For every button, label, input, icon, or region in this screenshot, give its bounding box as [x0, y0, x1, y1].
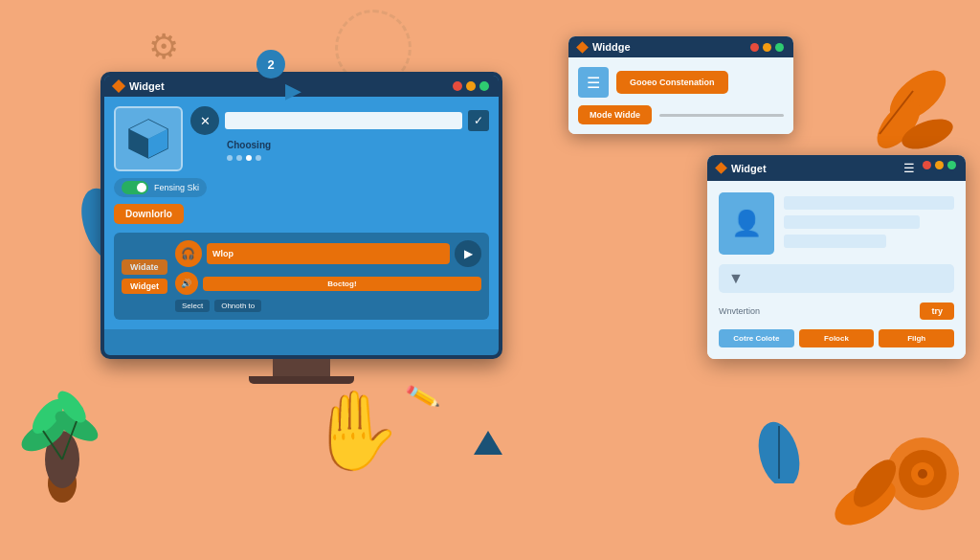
fw2-fields: [784, 192, 954, 255]
monitor-screen: Widget: [100, 72, 502, 359]
play-button[interactable]: ▶: [455, 240, 481, 267]
widget-tab-2[interactable]: Widget: [122, 279, 167, 294]
dot-2: [236, 155, 242, 161]
monitor-stand: [273, 359, 330, 376]
avatar-placeholder: 👤: [719, 192, 774, 255]
leaf-blue-right: [750, 407, 808, 483]
player-row: 🎧 Wlop ▶: [175, 240, 481, 267]
player-bar[interactable]: Wlop: [207, 243, 450, 264]
monitor: Widget: [100, 72, 502, 416]
gear-icon: ⚙: [148, 27, 179, 67]
fw1-minimize[interactable]: [763, 43, 771, 52]
close-btn-main[interactable]: [453, 81, 462, 91]
fw1-row2: Mode Widde: [578, 105, 784, 124]
fw1-btn-2[interactable]: Mode Widde: [578, 105, 652, 124]
svg-point-15: [918, 469, 927, 479]
floating-window-1: Widdge ☰ Gooeo Constenation Mode Widde: [568, 36, 793, 134]
toggle-switch[interactable]: [122, 181, 148, 194]
arrow-right-icon: ▶: [285, 78, 301, 103]
dot-1: [227, 155, 233, 161]
dot-4: [256, 155, 261, 161]
main-content: ✕ ✓ Choosing: [104, 97, 499, 329]
dots-row: [190, 155, 489, 161]
alt-icon: 🔊: [175, 272, 198, 295]
controls-row-1: ✕ ✓: [190, 106, 489, 135]
action-btn-1[interactable]: Boctog!: [203, 277, 481, 291]
checkbox-icon[interactable]: ✓: [468, 110, 489, 131]
toggle-label: Fensing Ski: [154, 183, 199, 192]
choosing-label-row: Choosing: [190, 140, 489, 150]
toggle-thumb: [137, 183, 146, 192]
fw2-titlebar: Widget ☰: [707, 155, 966, 181]
media-player: 🎧 Wlop ▶ 🔊 Boctog!: [175, 240, 481, 312]
fw2-diamond: [715, 162, 727, 174]
connect-item-2[interactable]: Ohnoth to: [214, 300, 261, 312]
fw2-label-text: Wnvtertion: [719, 306, 914, 316]
minimize-btn-main[interactable]: [466, 81, 476, 91]
fw1-line: [659, 114, 784, 117]
fw2-menu-icon: ☰: [903, 161, 915, 175]
choosing-label: Choosing: [227, 140, 271, 150]
fw2-action-row: Wnvtertion try: [719, 302, 954, 320]
fw2-top-row: 👤: [719, 192, 954, 255]
fw1-menu-icon: ☰: [578, 67, 609, 98]
toggle-row: Fensing Ski: [114, 178, 207, 197]
fw2-btn-3[interactable]: Filgh: [879, 329, 954, 347]
fw2-minimize[interactable]: [935, 161, 944, 169]
box-3d: [114, 106, 183, 171]
fw2-field-2: [784, 215, 920, 229]
main-window-title: Widget: [129, 80, 165, 92]
cube-icon: [124, 115, 172, 163]
plant-left: [14, 369, 110, 522]
floating-window-2: Widget ☰ 👤 ▼ Wnvtertion try: [707, 155, 966, 359]
notification-count: 2: [267, 57, 274, 72]
connect-item-1[interactable]: Select: [175, 300, 210, 312]
fw2-btn-1[interactable]: Cotre Colote: [719, 329, 794, 347]
fw2-try-btn[interactable]: try: [920, 302, 954, 320]
fw1-titlebar: Widdge: [568, 36, 793, 57]
fw1-close[interactable]: [750, 43, 759, 52]
maximize-btn-main[interactable]: [479, 81, 489, 91]
fw1-maximize[interactable]: [775, 43, 784, 52]
fw1-btn-1[interactable]: Gooeo Constenation: [616, 71, 728, 94]
leaf-bottom-right: [827, 455, 903, 531]
dot-3[interactable]: [246, 155, 252, 161]
titlebar-diamond-main: [112, 79, 125, 93]
fw1-row1: ☰ Gooeo Constenation: [578, 67, 784, 98]
arrow-down-deco: [469, 426, 507, 464]
fw2-dropdown-row: ▼: [719, 264, 954, 293]
top-section: ✕ ✓ Choosing: [114, 106, 489, 171]
fw1-title: Widdge: [592, 41, 631, 53]
hand-illustration: 🤚: [306, 386, 402, 476]
titlebar-controls-main: [453, 81, 489, 91]
fw2-field-3: [784, 235, 886, 248]
action-row: 🔊 Boctog!: [175, 272, 481, 295]
connect-row: Select Ohnoth to: [175, 300, 481, 312]
input-bar[interactable]: [225, 112, 462, 129]
widget-bar: Widate Widget 🎧 Wlop: [114, 233, 489, 320]
fw1-diamond: [576, 41, 589, 54]
fw2-bottom-row: Cotre Colote Folock Filgh: [719, 329, 954, 347]
download-button[interactable]: Downlorlo: [114, 204, 184, 224]
main-titlebar: Widget: [104, 76, 499, 97]
svg-marker-22: [474, 431, 502, 455]
monitor-base: [249, 376, 354, 384]
fw2-btn-2[interactable]: Folock: [799, 329, 875, 347]
fw2-dropdown[interactable]: ▼: [719, 264, 954, 293]
fw2-maximize[interactable]: [947, 161, 956, 169]
widget-tab-1[interactable]: Widate: [122, 259, 167, 275]
fw2-title: Widget: [731, 163, 767, 174]
notification-badge: 2: [256, 50, 285, 78]
headphone-icon: 🎧: [175, 240, 202, 267]
fw1-content: ☰ Gooeo Constenation Mode Widde: [568, 57, 793, 134]
fw2-close[interactable]: [923, 161, 931, 169]
fw2-content: 👤 ▼ Wnvtertion try Cotre Colote Folock: [707, 181, 966, 359]
widget-tabs: Widate Widget: [122, 259, 167, 294]
fw2-field-1: [784, 196, 954, 210]
cancel-circle-icon[interactable]: ✕: [190, 106, 219, 135]
controls-area: ✕ ✓ Choosing: [190, 106, 489, 161]
